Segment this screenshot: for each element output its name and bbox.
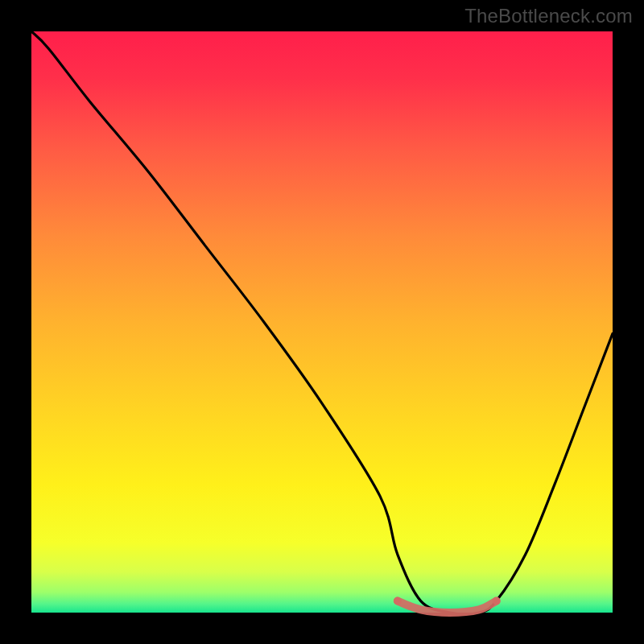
plot-area	[31, 31, 613, 613]
highlight-endpoint	[394, 597, 402, 605]
bottleneck-chart	[0, 0, 644, 644]
attribution-label: TheBottleneck.com	[464, 5, 633, 27]
chart-frame: TheBottleneck.com	[0, 0, 644, 644]
highlight-endpoint	[493, 597, 501, 605]
